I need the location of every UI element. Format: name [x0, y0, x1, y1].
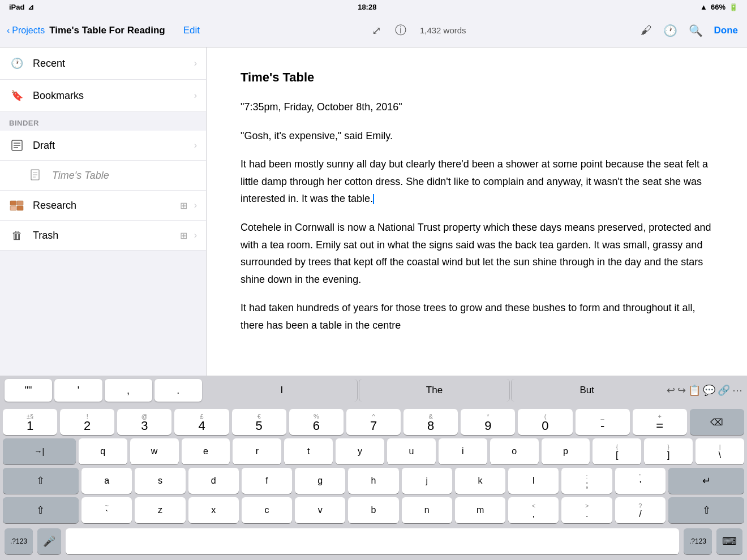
key-i[interactable]: i: [439, 438, 487, 464]
key-4[interactable]: £4: [174, 409, 229, 435]
key-backslash[interactable]: |\: [696, 438, 744, 464]
key-3[interactable]: @3: [117, 409, 171, 435]
done-button[interactable]: Done: [714, 25, 739, 36]
key-g[interactable]: g: [295, 468, 345, 494]
key-0[interactable]: (0: [518, 409, 572, 435]
key-l[interactable]: l: [508, 468, 559, 494]
key-n[interactable]: n: [402, 497, 452, 523]
keyboard-action-bar: .?123 🎤 .?123 ⌨: [0, 525, 747, 558]
key-tab[interactable]: →|: [3, 438, 76, 464]
key-k[interactable]: k: [455, 468, 505, 494]
key-o[interactable]: o: [490, 438, 539, 464]
quicktype-word-but[interactable]: But: [511, 379, 662, 402]
key-equals[interactable]: +=: [633, 409, 687, 435]
editor-area[interactable]: Time's Table "7:35pm, Friday, October 8t…: [207, 48, 747, 376]
key-semicolon[interactable]: :;: [561, 468, 612, 494]
key-quote[interactable]: "': [615, 468, 666, 494]
sidebar-item-recent[interactable]: 🕐 Recent ›: [0, 48, 206, 80]
signal-icon: ▲: [700, 3, 707, 11]
binder-item-times-table[interactable]: Time's Table: [0, 161, 206, 191]
key-mic[interactable]: 🎤: [37, 528, 61, 554]
key-9[interactable]: *9: [461, 409, 515, 435]
key-8[interactable]: &8: [403, 409, 458, 435]
key-question[interactable]: ?/: [615, 497, 666, 523]
key-s[interactable]: s: [135, 468, 185, 494]
key-r[interactable]: r: [233, 438, 281, 464]
key-caps[interactable]: ⇧: [3, 468, 79, 494]
key-shift-left[interactable]: ⇧: [3, 497, 79, 523]
key-tilde[interactable]: ~`: [81, 497, 132, 523]
back-button[interactable]: ‹ Projects: [7, 25, 45, 36]
key-close-bracket[interactable]: }]: [644, 438, 693, 464]
key-w[interactable]: w: [130, 438, 179, 464]
key-dot123-left[interactable]: .?123: [5, 528, 33, 554]
key-h[interactable]: h: [348, 468, 398, 494]
key-p[interactable]: p: [542, 438, 590, 464]
key-v[interactable]: v: [295, 497, 345, 523]
nav-title: Time's Table For Reading: [49, 25, 165, 36]
key-greater[interactable]: >.: [561, 497, 612, 523]
key-u[interactable]: u: [387, 438, 436, 464]
quicktype-word-i[interactable]: I: [207, 379, 358, 402]
more-icon[interactable]: ⋯: [732, 384, 742, 397]
key-delete[interactable]: ⌫: [690, 409, 744, 435]
clipboard-icon[interactable]: 📋: [688, 384, 701, 397]
key-minus[interactable]: _-: [576, 409, 630, 435]
expand-icon[interactable]: ⤢: [372, 24, 381, 37]
key-6[interactable]: %6: [289, 409, 344, 435]
qt-key-comma[interactable]: ,: [105, 379, 152, 402]
brush-icon[interactable]: 🖌: [641, 24, 652, 37]
binder-item-research[interactable]: Research ⊞ ›: [0, 191, 206, 221]
bookmark-icon: 🔖: [9, 88, 25, 104]
keyboard-asdf-row: ⇧ a s d f g h j k l :; "' ↵: [0, 466, 747, 496]
key-j[interactable]: j: [402, 468, 452, 494]
key-keyboard[interactable]: ⌨: [716, 528, 742, 554]
draft-chevron-icon: ›: [194, 140, 197, 150]
key-z[interactable]: z: [135, 497, 185, 523]
binder-item-draft[interactable]: Draft ›: [0, 131, 206, 161]
quicktype-word-the[interactable]: The: [359, 379, 510, 402]
binder-item-trash[interactable]: 🗑 Trash ⊞ ›: [0, 221, 206, 251]
key-t[interactable]: t: [284, 438, 333, 464]
research-icon: [9, 197, 25, 213]
keyboard: ±§1 !2 @3 £4 €5 %6 ^7 &8 *9 (0 _-: [0, 405, 747, 560]
key-open-bracket[interactable]: {[: [593, 438, 641, 464]
key-y[interactable]: y: [336, 438, 384, 464]
link-icon[interactable]: 🔗: [718, 384, 730, 397]
undo-icon[interactable]: ↩: [667, 384, 675, 397]
key-shift-right[interactable]: ⇧: [668, 497, 744, 523]
quicktype-words: I The But: [207, 379, 662, 402]
battery-label: 66%: [711, 3, 725, 11]
key-m[interactable]: m: [455, 497, 505, 523]
key-q[interactable]: q: [79, 438, 127, 464]
key-d[interactable]: d: [188, 468, 239, 494]
search-icon[interactable]: 🔍: [689, 24, 703, 37]
binder-header: BINDER: [0, 112, 206, 131]
key-return[interactable]: ↵: [668, 468, 744, 494]
history-icon[interactable]: 🕐: [663, 24, 677, 37]
qt-key-period[interactable]: .: [154, 379, 202, 402]
key-e[interactable]: e: [182, 438, 230, 464]
info-icon[interactable]: ⓘ: [395, 23, 406, 38]
key-x[interactable]: x: [188, 497, 239, 523]
key-c[interactable]: c: [242, 497, 292, 523]
qt-key-quotes[interactable]: "": [5, 379, 52, 402]
trash-actions: ⊞ ›: [180, 230, 197, 241]
key-f[interactable]: f: [242, 468, 292, 494]
key-b[interactable]: b: [348, 497, 398, 523]
sidebar-item-bookmarks[interactable]: 🔖 Bookmarks ›: [0, 80, 206, 112]
edit-button[interactable]: Edit: [183, 25, 200, 36]
key-a[interactable]: a: [81, 468, 132, 494]
doc-title: Time's Table: [241, 70, 713, 85]
key-5[interactable]: €5: [232, 409, 286, 435]
key-1[interactable]: ±§1: [3, 409, 57, 435]
back-chevron-icon: ‹: [7, 25, 10, 36]
key-2[interactable]: !2: [60, 409, 114, 435]
comment-icon[interactable]: 💬: [703, 384, 715, 397]
qt-key-apostrophe[interactable]: ': [54, 379, 102, 402]
redo-icon[interactable]: ↪: [677, 384, 686, 397]
key-less[interactable]: <,: [508, 497, 559, 523]
key-dot123-right[interactable]: .?123: [684, 528, 712, 554]
key-space[interactable]: [66, 528, 679, 554]
key-7[interactable]: ^7: [346, 409, 401, 435]
